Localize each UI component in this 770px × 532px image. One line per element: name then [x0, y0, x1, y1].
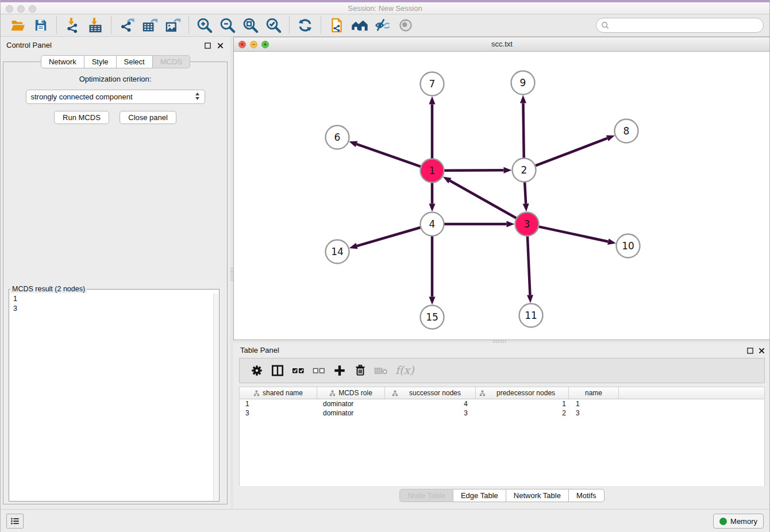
table-row[interactable]: 1 dominator 4 1 1: [240, 399, 764, 408]
graph-edge-3-1[interactable]: [450, 180, 517, 218]
main-toolbar: [1, 14, 769, 37]
graph-edge-arrowhead: [429, 204, 436, 212]
cell-mcds-role[interactable]: dominator: [317, 399, 385, 408]
tree-icon: [392, 390, 398, 396]
search-input[interactable]: [613, 21, 759, 29]
network-window-titlebar: × − + scc.txt: [234, 37, 770, 52]
control-panel-close-icon[interactable]: [217, 41, 224, 51]
column-header-shared-name[interactable]: shared name: [240, 387, 317, 399]
export-network-icon[interactable]: [116, 16, 138, 35]
column-header-mcds-role[interactable]: MCDS role: [317, 387, 385, 399]
select-all-icon[interactable]: [288, 362, 309, 379]
run-mcds-button[interactable]: Run MCDS: [54, 111, 109, 124]
cell-predecessor-nodes[interactable]: 1: [476, 399, 569, 408]
graph-node-label: 8: [623, 125, 630, 137]
cell-name[interactable]: 1: [569, 399, 619, 408]
graph-node-label: 11: [525, 310, 537, 321]
save-session-icon[interactable]: [29, 16, 52, 35]
open-session-icon[interactable]: [6, 16, 29, 35]
graph-node-label: 6: [334, 132, 341, 143]
list-icon: [10, 516, 20, 526]
task-history-button[interactable]: [6, 514, 24, 529]
cell-predecessor-nodes[interactable]: 2: [476, 408, 569, 418]
mcds-result-line: 1: [13, 294, 219, 304]
refresh-view-icon[interactable]: [294, 16, 317, 35]
tree-icon: [479, 390, 486, 396]
zoom-selected-icon[interactable]: [262, 16, 285, 35]
network-window-title: scc.txt: [234, 40, 770, 48]
add-row-icon[interactable]: [329, 362, 350, 379]
toolbar-separator: [56, 17, 57, 34]
graph-edge-2-8[interactable]: [535, 138, 607, 166]
import-network-icon[interactable]: [61, 16, 84, 35]
graph-edge-1-6[interactable]: [356, 144, 421, 167]
zoom-fit-icon[interactable]: [239, 16, 262, 35]
cell-successor-nodes[interactable]: 3: [385, 408, 476, 418]
graph-edge-4-14[interactable]: [357, 228, 421, 246]
graph-edge-arrowhead: [520, 95, 526, 103]
delete-row-icon[interactable]: [350, 362, 371, 379]
table-panel: Table Panel: [233, 343, 770, 509]
zoom-out-icon[interactable]: [216, 16, 239, 35]
tab-select[interactable]: Select: [117, 55, 153, 68]
network-canvas[interactable]: 7968124314101511: [234, 52, 770, 340]
graph-edge-arrowhead: [527, 295, 533, 303]
result-scrollbar[interactable]: [213, 294, 218, 500]
graph-node-label: 9: [520, 77, 526, 88]
close-panel-button[interactable]: Close panel: [120, 111, 176, 124]
import-table-icon[interactable]: [84, 16, 107, 35]
cell-name[interactable]: 3: [569, 408, 619, 418]
home-layout-icon[interactable]: [348, 16, 371, 35]
tab-edge-table[interactable]: Edge Table: [453, 489, 506, 502]
tab-network-table[interactable]: Network Table: [506, 489, 569, 502]
table-settings-icon[interactable]: [247, 362, 267, 379]
toolbar-search[interactable]: [596, 18, 764, 33]
memory-button[interactable]: Memory: [713, 514, 764, 529]
zoom-in-icon[interactable]: [193, 16, 216, 35]
export-image-icon[interactable]: [161, 16, 184, 35]
export-table-icon[interactable]: [138, 16, 161, 35]
table-columns-icon[interactable]: [267, 362, 288, 379]
graph-edge-2-3[interactable]: [525, 182, 526, 203]
window-title: Session: New Session: [1, 4, 769, 13]
copy-network-icon[interactable]: [325, 16, 348, 35]
tab-network[interactable]: Network: [41, 55, 84, 68]
column-header-name[interactable]: name: [569, 387, 619, 399]
graph-edge-3-10[interactable]: [538, 226, 608, 241]
tab-mcds[interactable]: MCDS: [153, 55, 190, 68]
cell-shared-name[interactable]: 1: [240, 399, 317, 408]
cell-shared-name[interactable]: 3: [240, 408, 317, 418]
table-row[interactable]: 3 dominator 3 2 3: [240, 408, 764, 418]
graph-edge-arrowhead: [607, 238, 616, 245]
search-icon: [601, 21, 610, 30]
graph-edge-2-9[interactable]: [523, 103, 523, 158]
optimization-criterion-select[interactable]: strongly connected component: [26, 90, 205, 104]
graph-edge-arrowhead: [349, 243, 358, 249]
column-header-predecessor-nodes[interactable]: predecessor nodes: [476, 387, 569, 399]
cell-mcds-role[interactable]: dominator: [317, 408, 385, 418]
tab-style[interactable]: Style: [84, 55, 117, 68]
graph-edge-3-11[interactable]: [528, 236, 530, 295]
control-panel-float-icon[interactable]: [205, 41, 211, 51]
graph-node-label: 10: [622, 240, 634, 252]
graph-edge-arrowhead: [606, 136, 615, 141]
table-toolbar: f(x): [239, 358, 765, 383]
column-label: predecessor nodes: [496, 389, 555, 397]
chevron-up-down-icon: [195, 92, 200, 102]
tab-node-table[interactable]: Node Table: [399, 489, 453, 502]
table-panel-float-icon[interactable]: [747, 346, 753, 356]
column-header-successor-nodes[interactable]: successor nodes: [385, 387, 476, 399]
hide-panels-icon[interactable]: [371, 16, 394, 35]
show-panels-icon: [394, 16, 417, 35]
window-titlebar: Session: New Session: [1, 0, 769, 14]
deselect-all-icon[interactable]: [309, 362, 329, 379]
graph-edge-1-2[interactable]: [444, 170, 503, 171]
graph-node-label: 1: [429, 165, 436, 176]
tab-motifs[interactable]: Motifs: [569, 489, 605, 502]
cell-successor-nodes[interactable]: 4: [385, 399, 476, 408]
mcds-result-lines: 1 3: [9, 293, 219, 314]
graph-edge-arrowhead: [503, 167, 511, 174]
memory-status-icon: [719, 518, 727, 525]
status-bar: Memory: [1, 509, 769, 532]
table-panel-close-icon[interactable]: [759, 346, 765, 356]
